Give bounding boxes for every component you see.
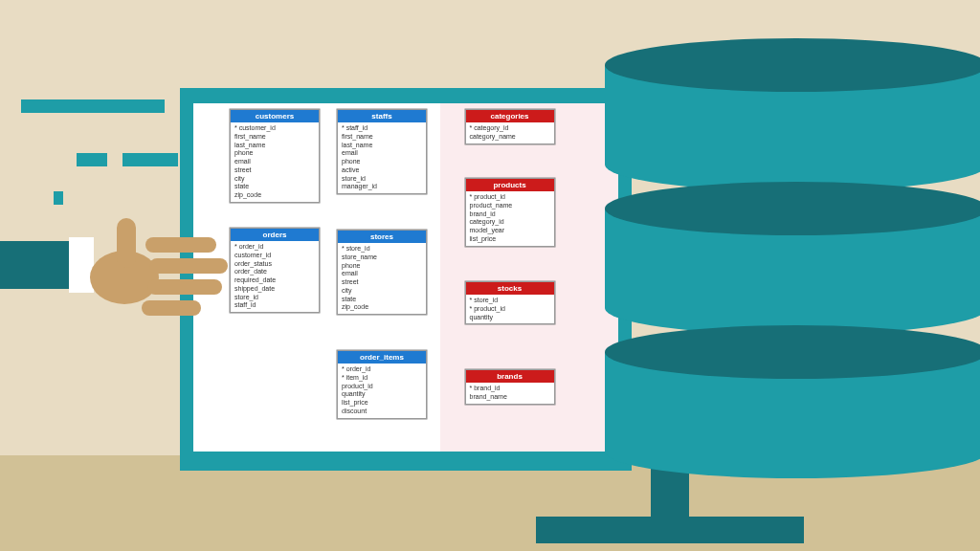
table-customers: customers * customer_idfirst_namelast_na… <box>230 109 320 203</box>
field-row: product_id <box>342 383 422 391</box>
table-fields: * category_idcategory_name <box>466 122 554 143</box>
table-stocks: stocks * store_id* product_idquantity <box>465 281 555 324</box>
field-row: phone <box>342 158 422 166</box>
field-row: * brand_id <box>470 385 550 393</box>
table-header: orders <box>231 229 319 241</box>
table-orders: orders * order_idcustomer_idorder_status… <box>230 228 320 313</box>
field-row: order_date <box>234 268 315 276</box>
field-row: state <box>342 296 422 304</box>
field-row: * order_id <box>342 365 422 374</box>
table-fields: * brand_idbrand_name <box>466 383 554 404</box>
table-header: staffs <box>338 110 426 122</box>
speed-line <box>122 153 178 166</box>
table-stores: stores * store_idstore_namephoneemailstr… <box>337 230 427 315</box>
field-row: * store_id <box>470 297 550 305</box>
field-row: * category_id <box>470 124 550 133</box>
monitor-frame: customers * customer_idfirst_namelast_na… <box>180 88 632 471</box>
field-row: zip_code <box>234 191 315 200</box>
field-row: category_name <box>470 133 550 142</box>
field-row: * customer_id <box>234 124 315 133</box>
table-header: products <box>466 179 554 191</box>
field-row: phone <box>234 149 315 158</box>
field-row: * order_id <box>234 243 315 252</box>
field-row: order_status <box>234 260 315 269</box>
field-row: city <box>342 287 422 296</box>
field-row: store_id <box>234 294 315 302</box>
field-row: discount <box>342 408 422 416</box>
table-fields: * staff_idfirst_namelast_nameemailphonea… <box>338 122 426 193</box>
svg-rect-3 <box>147 279 222 295</box>
table-fields: * order_idcustomer_idorder_statusorder_d… <box>231 241 319 312</box>
table-fields: * store_idstore_namephoneemailstreetcity… <box>338 243 426 314</box>
field-row: store_name <box>342 253 422 262</box>
field-row: zip_code <box>342 303 422 312</box>
speed-line <box>77 153 107 166</box>
table-categories: categories * category_idcategory_name <box>465 109 555 144</box>
table-fields: * store_id* product_idquantity <box>466 295 554 323</box>
field-row: active <box>342 166 422 175</box>
table-fields: * order_id* item_idproduct_idquantitylis… <box>338 364 426 418</box>
field-row: phone <box>342 262 422 271</box>
field-row: * staff_id <box>342 124 422 133</box>
field-row: customer_id <box>234 252 315 260</box>
field-row: street <box>342 278 422 287</box>
table-header: order_items <box>338 351 426 364</box>
field-row: brand_id <box>470 210 550 219</box>
table-products: products * product_idproduct_namebrand_i… <box>465 178 555 247</box>
table-staffs: staffs * staff_idfirst_namelast_nameemai… <box>337 109 427 194</box>
field-row: brand_name <box>470 393 550 402</box>
svg-rect-1 <box>145 237 216 253</box>
field-row: staff_id <box>234 301 315 310</box>
hand-icon <box>88 218 232 333</box>
field-row: store_id <box>342 175 422 184</box>
field-row: list_price <box>470 235 550 244</box>
field-row: state <box>234 183 315 191</box>
database-icon <box>605 38 980 476</box>
table-fields: * customer_idfirst_namelast_namephoneema… <box>231 122 319 202</box>
field-row: email <box>342 270 422 278</box>
field-row: first_name <box>342 133 422 142</box>
table-fields: * product_idproduct_namebrand_idcategory… <box>466 191 554 246</box>
field-row: quantity <box>342 390 422 399</box>
field-row: email <box>342 149 422 158</box>
table-header: stores <box>338 231 426 243</box>
table-header: categories <box>466 110 554 122</box>
field-row: manager_id <box>342 183 422 191</box>
field-row: last_name <box>234 142 315 150</box>
table-header: brands <box>466 370 554 383</box>
field-row: category_id <box>470 218 550 227</box>
field-row: email <box>234 158 315 166</box>
table-order-items: order_items * order_id* item_idproduct_i… <box>337 350 427 419</box>
field-row: list_price <box>342 399 422 408</box>
svg-rect-4 <box>142 300 201 316</box>
table-header: stocks <box>466 282 554 295</box>
field-row: model_year <box>470 227 550 235</box>
field-row: last_name <box>342 142 422 150</box>
speed-line <box>21 99 165 113</box>
field-row: required_date <box>234 276 315 285</box>
field-row: shipped_date <box>234 285 315 294</box>
field-row: city <box>234 175 315 184</box>
screen: customers * customer_idfirst_namelast_na… <box>193 103 618 452</box>
field-row: street <box>234 166 315 175</box>
field-row: product_name <box>470 202 550 210</box>
field-row: * product_id <box>470 305 550 314</box>
field-row: * product_id <box>470 193 550 202</box>
field-row: first_name <box>234 133 315 142</box>
field-row: * item_id <box>342 374 422 383</box>
monitor-stand-base <box>536 517 804 543</box>
pane-production: categories * category_idcategory_name pr… <box>440 103 618 452</box>
svg-rect-2 <box>149 258 228 274</box>
speed-line <box>54 191 63 205</box>
field-row: quantity <box>470 314 550 322</box>
table-header: customers <box>231 110 319 122</box>
svg-rect-5 <box>117 218 136 268</box>
field-row: * store_id <box>342 245 422 253</box>
table-brands: brands * brand_idbrand_name <box>465 369 555 405</box>
